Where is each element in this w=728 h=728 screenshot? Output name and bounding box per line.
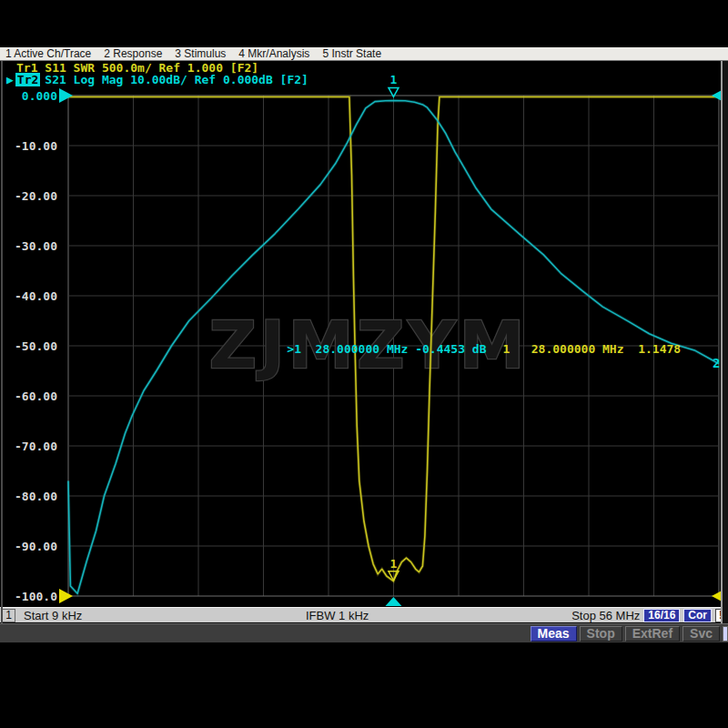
marker-2-label[interactable]: 2	[713, 356, 720, 370]
start-frequency: Start 9 kHz	[24, 609, 82, 622]
instrument-status-bar: Meas Stop ExtRef Svc	[0, 623, 728, 642]
correction-badge: Cor	[683, 609, 712, 622]
y-axis-label: -50.00	[15, 339, 57, 353]
meas-status-button[interactable]: Meas	[531, 626, 577, 642]
marker-1-trace2[interactable]: 1	[389, 73, 399, 96]
marker1-s11-readout: 1 28.000000 MHz 1.1478	[502, 342, 681, 356]
cutoff-item	[723, 626, 728, 642]
y-axis-label: -10.00	[15, 139, 57, 153]
y-axis-label: -20.00	[15, 189, 57, 203]
channel-status-bar: 1 Start 9 kHz IFBW 1 kHz Stop 56 MHz 16/…	[0, 607, 728, 622]
sweep-stop-status-button[interactable]: Stop	[580, 626, 622, 642]
y-axis-label: -70.00	[15, 440, 57, 453]
ref-level-indicator-left-trace1[interactable]	[59, 589, 73, 603]
marker1-s21-readout: >1 28.000000 MHz -0.4453 dB	[287, 342, 486, 356]
points-badge: 16/16	[643, 609, 680, 622]
y-axis-label: -30.00	[15, 239, 57, 253]
extref-status-button[interactable]: ExtRef	[625, 626, 680, 642]
y-axis-label: -100.0	[15, 590, 57, 603]
ref-level-indicator-left-trace2[interactable]	[59, 88, 73, 103]
stimulus-marker[interactable]	[385, 597, 401, 606]
y-axis-label: 0.000	[22, 89, 57, 103]
analyzer-screen: 1 Active Ch/Trace 2 Response 3 Stimulus …	[0, 0, 728, 728]
ifbw-value: IFBW 1 kHz	[306, 609, 369, 622]
window-frame-left	[1, 61, 3, 623]
window-frame-right-dark	[723, 61, 728, 623]
y-axis-label: -60.00	[15, 389, 57, 403]
y-axis-label: -40.00	[15, 289, 57, 303]
y-axis-label: -80.00	[15, 490, 57, 503]
channel-number: 1	[2, 609, 15, 622]
svc-status-button[interactable]: Svc	[682, 626, 720, 642]
stop-frequency: Stop 56 MHz	[571, 609, 640, 622]
svg-text:1: 1	[390, 557, 398, 571]
y-axis-label: -90.00	[15, 540, 57, 553]
marker-readout: >1 28.000000 MHz -0.4453 dB1 28.000000 M…	[258, 329, 681, 369]
svg-text:1: 1	[390, 73, 398, 86]
